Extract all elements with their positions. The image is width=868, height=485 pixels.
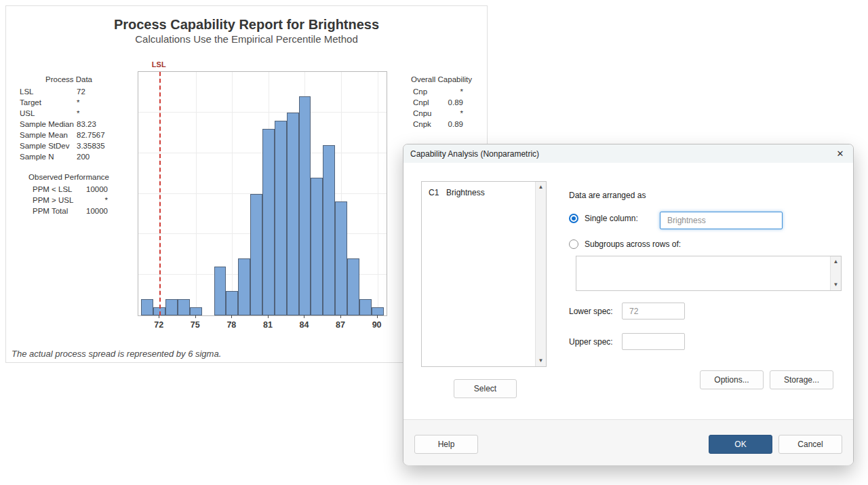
histogram-plot <box>138 71 387 316</box>
radio-selected-icon <box>569 214 578 223</box>
lower-spec-label: Lower spec: <box>569 307 613 316</box>
gridline-horizontal <box>138 112 387 113</box>
scroll-up-icon[interactable]: ▲ <box>536 182 546 193</box>
stats-label: Sample N <box>20 151 77 162</box>
stats-row: LSL72 <box>20 86 118 97</box>
stats-label: Sample StDev <box>20 140 77 151</box>
overall-capability-block: Overall Capability Cnp*Cnpl0.89Cnpu*Cnpk… <box>404 74 479 130</box>
stats-value: 10000 <box>77 206 108 216</box>
cancel-button[interactable]: Cancel <box>778 435 842 454</box>
single-column-radio[interactable]: Single column: <box>569 214 638 223</box>
lsl-label: LSL <box>149 60 169 69</box>
stats-label: PPM Total <box>33 206 77 216</box>
lower-spec-input[interactable] <box>622 303 685 319</box>
stats-label: Sample Median <box>20 119 77 130</box>
stats-label: Target <box>20 97 77 108</box>
x-tick-label: 87 <box>329 320 352 330</box>
column-name: Brightness <box>446 188 485 197</box>
histogram-bar <box>299 96 311 315</box>
stats-value: 0.89 <box>443 119 463 130</box>
single-column-input[interactable] <box>660 212 783 229</box>
stats-value: * <box>77 97 118 108</box>
subgroups-input[interactable]: ▲ ▼ <box>576 256 842 291</box>
scroll-down-icon[interactable]: ▼ <box>536 355 546 366</box>
stats-row: Sample StDev3.35835 <box>20 140 118 151</box>
x-tick-mark <box>304 315 304 318</box>
histogram-bar <box>347 258 359 315</box>
stats-row: Cnpu* <box>404 108 479 119</box>
x-tick-label: 81 <box>256 320 279 330</box>
histogram-bar <box>165 299 178 315</box>
x-tick-mark <box>377 315 378 318</box>
columns-listbox[interactable]: C1Brightness ▲ ▼ <box>421 181 547 367</box>
upper-spec-label: Upper spec: <box>569 337 613 347</box>
overall-capability-title: Overall Capability <box>404 74 479 85</box>
observed-performance-title: Observed Performance <box>20 172 118 182</box>
storage-button[interactable]: Storage... <box>770 370 833 389</box>
listbox-scrollbar[interactable]: ▲ ▼ <box>535 182 546 366</box>
radio-unselected-icon <box>569 239 578 249</box>
stats-label: USL <box>20 108 77 119</box>
lsl-reference-line <box>159 72 161 315</box>
dialog-titlebar[interactable]: Capability Analysis (Nonparametric) ✕ <box>403 144 853 163</box>
stats-value: * <box>443 108 463 119</box>
subgroups-radio[interactable]: Subgroups across rows of: <box>569 239 681 249</box>
stats-label: Sample Mean <box>20 130 77 140</box>
report-subtitle: Calculations Use the Empirical Percentil… <box>6 33 487 45</box>
close-icon[interactable]: ✕ <box>833 147 848 161</box>
histogram-bar <box>238 258 250 315</box>
x-tick-label: 72 <box>147 320 170 330</box>
stats-row: PPM > USL* <box>20 195 118 206</box>
histogram-bar <box>262 129 275 315</box>
options-button[interactable]: Options... <box>700 370 764 389</box>
stats-value: 3.35835 <box>77 140 118 151</box>
stats-row: PPM < LSL10000 <box>20 184 118 195</box>
select-button[interactable]: Select <box>454 379 517 398</box>
stats-row: Cnpk0.89 <box>404 119 479 130</box>
x-tick-mark <box>195 315 196 318</box>
scroll-down-icon[interactable]: ▼ <box>831 279 841 290</box>
observed-performance-rows: PPM < LSL10000PPM > USL*PPM Total10000 <box>20 184 118 216</box>
subgroups-scrollbar[interactable]: ▲ ▼ <box>830 256 841 290</box>
histogram-bar <box>323 145 335 315</box>
upper-spec-input[interactable] <box>622 333 685 350</box>
x-tick-mark <box>268 315 269 318</box>
report-footnote: The actual process spread is represented… <box>12 349 221 359</box>
gridline-vertical <box>196 72 197 315</box>
stats-row: PPM Total10000 <box>20 206 118 216</box>
histogram-bar <box>226 291 238 315</box>
process-data-block: Process Data LSL72Target*USL*Sample Medi… <box>20 74 118 162</box>
x-tick-mark <box>340 315 341 318</box>
scroll-up-icon[interactable]: ▲ <box>831 256 841 267</box>
gridline-vertical <box>378 72 378 315</box>
dialog-title: Capability Analysis (Nonparametric) <box>410 149 539 159</box>
stats-label: Cnpk <box>413 119 443 130</box>
ok-button[interactable]: OK <box>709 435 772 454</box>
process-data-title: Process Data <box>20 74 118 85</box>
stats-row: Sample N200 <box>20 151 118 162</box>
stats-value: 72 <box>77 86 118 97</box>
column-id: C1 <box>429 188 446 197</box>
x-tick-label: 90 <box>366 320 389 330</box>
histogram-bar <box>275 121 287 315</box>
stats-label: PPM > USL <box>33 195 77 206</box>
x-tick-label: 78 <box>220 320 243 330</box>
stats-value: * <box>443 86 463 97</box>
stats-value: 83.23 <box>77 119 118 130</box>
stats-row: Cnpl0.89 <box>404 97 479 108</box>
x-tick-label: 84 <box>292 320 315 330</box>
x-tick-label: 75 <box>184 320 207 330</box>
stats-row: Sample Median83.23 <box>20 119 118 130</box>
stats-value: 200 <box>77 151 118 162</box>
column-list-item[interactable]: C1Brightness <box>422 182 537 197</box>
stats-row: Sample Mean82.7567 <box>20 130 118 140</box>
histogram-bar <box>141 299 153 315</box>
stats-row: Cnp* <box>404 86 479 97</box>
stats-label: Cnp <box>413 86 443 97</box>
stats-value: 82.7567 <box>77 130 118 140</box>
stats-label: PPM < LSL <box>33 184 77 195</box>
subgroups-label: Subgroups across rows of: <box>585 239 681 249</box>
process-data-rows: LSL72Target*USL*Sample Median83.23Sample… <box>20 86 118 162</box>
help-button[interactable]: Help <box>414 435 478 454</box>
dialog-footer: Help OK Cancel <box>403 419 853 465</box>
